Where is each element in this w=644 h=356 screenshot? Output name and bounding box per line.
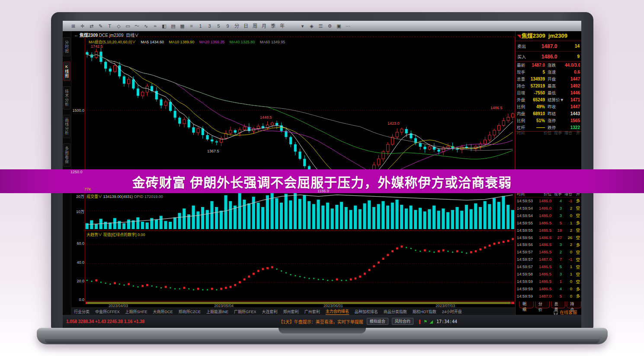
toolbar-icon[interactable]: 5	[214, 23, 223, 29]
market-tab-郑商所CZCE[interactable]: 郑商所CZCE	[179, 309, 201, 314]
tick-price: 1486.0	[536, 213, 551, 218]
toolbar-icon[interactable]: ✛	[78, 23, 87, 29]
toolbar-icon[interactable]: 日	[241, 23, 250, 29]
market-tab-大连套利[interactable]: 大连套利	[262, 309, 278, 314]
quote-label: 最新	[517, 62, 530, 69]
price-annotation: 1486.5	[490, 106, 503, 110]
panel-tab-持仓[interactable]: 持仓	[567, 301, 581, 308]
toolbar-icon[interactable]: ⇄	[87, 23, 96, 29]
tick-row[interactable]: 14:59:561486.52726空	[516, 234, 581, 241]
quote-value: 68910	[530, 110, 545, 117]
tick-volume: 18	[551, 228, 562, 233]
toolbar-icon[interactable]: ∿	[141, 23, 151, 29]
tick-row[interactable]: 14:59:591487.050多	[516, 292, 581, 300]
market-tab-行业分类[interactable]: 行业分类	[74, 309, 90, 314]
tick-delta: 26	[562, 235, 572, 240]
tick-row[interactable]: 14:59:591486.510空	[516, 278, 581, 285]
bid-row[interactable]: 买入 1486.0 9	[516, 52, 581, 61]
tick-row[interactable]: 14:59:571486.520空	[516, 248, 581, 256]
risk-contract-button[interactable]: 风险合约	[392, 318, 413, 325]
tick-price: 1486.5	[536, 235, 551, 240]
toolbar-icon[interactable]: ⊞	[69, 23, 78, 29]
quote-label: 内盘	[517, 110, 530, 117]
indicator-dropdown[interactable]: 大趋势∨	[87, 233, 102, 237]
left-tab-画线分析[interactable]: 画线分析	[63, 115, 70, 138]
toolbar-icon[interactable]: 9	[223, 23, 232, 29]
volume-dropdown[interactable]: 成交量∨	[87, 194, 102, 199]
toolbar-icon[interactable]: ✎	[96, 23, 105, 29]
toolbar-icon[interactable]: ☰	[316, 23, 325, 29]
toolbar-icon[interactable]: 〜	[132, 23, 141, 29]
market-tab-品种加权排名[interactable]: 品种加权排名	[355, 309, 378, 314]
tick-delta: 1	[562, 272, 572, 276]
online-service-link[interactable]: 🎧 在线客服	[516, 309, 581, 315]
toolbar-icon[interactable]: ▣	[334, 23, 343, 29]
market-tab-24小时开盘[interactable]: 24小时开盘	[442, 309, 462, 314]
tick-time: 14:59:56	[517, 242, 536, 247]
quote-row: 最新1487.0涨跌44.0/3.0	[516, 62, 581, 69]
toolbar-icon[interactable]: ◧	[160, 23, 169, 29]
status-bar: 1.058 3288.34 +1.43 2245.38 1.16 +1.38 【…	[63, 315, 581, 328]
market-tab-期权HOT指数[interactable]: 期权HOT指数	[413, 309, 436, 314]
toolbar-icon[interactable]: ⌗	[187, 23, 196, 29]
tick-row[interactable]: 14:59:541486.032空	[516, 204, 581, 212]
tick-row[interactable]: 14:59:571486.551空	[516, 263, 581, 270]
tick-row[interactable]: 14:59:541486.030空	[516, 212, 581, 219]
market-tab-大商所DCE[interactable]: 大商所DCE	[153, 309, 173, 314]
period-dropdown[interactable]: 日线∨	[126, 33, 139, 38]
toolbar-icon[interactable]: 1	[196, 23, 205, 29]
market-tab-商品分类指数[interactable]: 商品分类指数	[384, 309, 407, 314]
tick-list[interactable]: 14:59:531486.04-1多14:59:541486.032空14:59…	[516, 197, 581, 300]
toolbar-icon[interactable]: ▦	[178, 23, 187, 29]
toolbar-icon[interactable]: ⚙	[325, 23, 334, 29]
panel-tab-明细[interactable]: 明细	[519, 301, 534, 308]
tick-row[interactable]: 14:59:531486.04-1多	[516, 197, 581, 204]
market-tab-主力合约排名[interactable]: 主力合约排名	[326, 308, 349, 315]
left-tab-技术分析[interactable]: 技术分析	[63, 86, 70, 110]
tick-row[interactable]: 14:59:571487.07-1空	[516, 256, 581, 263]
market-tab-上期所SHFE[interactable]: 上期所SHFE	[125, 309, 147, 314]
sim-portfolio-button[interactable]: 模拟组合	[367, 318, 388, 325]
toolbar-icon[interactable]: 3	[205, 23, 214, 29]
notice-message[interactable]: 【1天】午盘提示：美豆看涨，实时下单提醒	[279, 318, 363, 325]
market-tab-广期所GFEX[interactable]: 广期所GFEX	[234, 309, 256, 314]
left-tab-多图看盘[interactable]: 多图看盘	[63, 143, 70, 167]
tick-row[interactable]: 14:59:551486.551多	[516, 219, 581, 227]
toolbar-icon[interactable]: 周	[250, 23, 260, 29]
market-tab-广州套利[interactable]: 广州套利	[304, 309, 320, 314]
quote-value: 5	[530, 69, 545, 76]
nav-arrows-icon[interactable]: ⇔	[74, 33, 78, 38]
market-tab-郑州套利[interactable]: 郑州套利	[283, 309, 299, 314]
toolbar-icon[interactable]: 月	[260, 23, 269, 29]
toolbar-icon[interactable]: 分	[232, 23, 241, 29]
toolbar-icon[interactable]: ≈	[151, 23, 160, 29]
tick-row[interactable]: 14:59:561486.532多	[516, 241, 581, 249]
left-tab-分时图[interactable]: 分时图	[63, 37, 70, 56]
chart-symbol: 焦煤2309	[80, 33, 98, 38]
ma-combo-dropdown[interactable]: MA组合(5,10,20,40,60,0)∨	[89, 40, 136, 44]
panel-tab-分价[interactable]: 分价	[535, 301, 550, 308]
tick-delta: -1	[562, 198, 572, 203]
tick-row[interactable]: 14:59:551486.5182空	[516, 227, 581, 234]
tick-row[interactable]: 14:59:581486.531空	[516, 270, 581, 278]
toolbar-icon[interactable]: 年	[278, 23, 287, 29]
toolbar-icon[interactable]: ▭	[123, 23, 132, 29]
ask-row[interactable]: 卖出 1487.0 14	[516, 41, 581, 52]
toolbar-icon[interactable]: ◈	[307, 23, 316, 29]
toolbar-icon[interactable]: T	[105, 23, 114, 29]
toolbar-icon[interactable]: ▤	[169, 23, 178, 29]
quote-label: 日增	[517, 90, 530, 97]
market-tab-中金所CFFEX[interactable]: 中金所CFFEX	[95, 309, 120, 314]
left-tab-K线图[interactable]: K线图	[63, 61, 70, 81]
toolbar-icon[interactable]: ⋯	[343, 23, 352, 29]
tick-row[interactable]: 14:59:591486.540多	[516, 285, 581, 292]
tick-volume: 3	[551, 206, 562, 210]
panel-tab-总量[interactable]: 总量	[551, 301, 566, 308]
quote-label: 外盘	[517, 97, 530, 104]
toolbar-icon[interactable]: ◇	[114, 23, 123, 29]
toolbar-icon[interactable]: ▾	[298, 23, 307, 29]
float-label: 77K	[84, 187, 91, 191]
toolbar-icon[interactable]: 季	[269, 23, 278, 29]
tick-delta: 0	[562, 286, 572, 291]
market-tab-上期能源INE[interactable]: 上期能源INE	[206, 309, 228, 314]
